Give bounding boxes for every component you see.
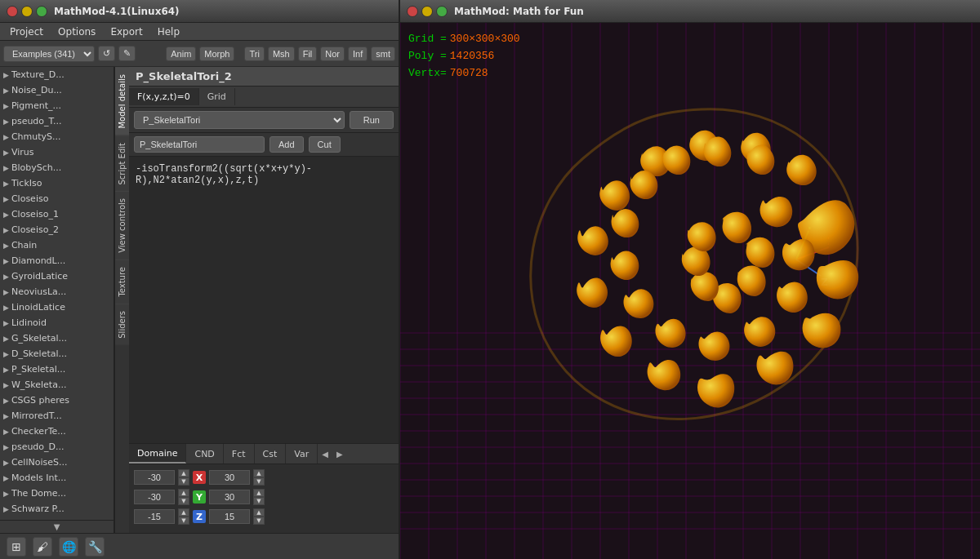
btab-var[interactable]: Var (286, 444, 318, 464)
menu-export[interactable]: Export (104, 24, 149, 39)
z-min-up[interactable]: ▲ (178, 508, 189, 517)
list-scroll-down[interactable]: ▼ (0, 520, 114, 533)
add-button[interactable]: Add (270, 136, 304, 153)
smt-button[interactable]: smt (371, 47, 395, 61)
list-item[interactable]: ▶Noise_Du... (0, 82, 114, 98)
x-min-up[interactable]: ▲ (178, 469, 189, 477)
btab-cst[interactable]: Cst (255, 444, 287, 464)
list-item[interactable]: ▶Texture_D... (0, 67, 114, 82)
list-item[interactable]: ▶NeoviusLa... (0, 284, 114, 299)
menu-options[interactable]: Options (51, 24, 102, 39)
list-item[interactable]: ▶LinoidLatice (0, 299, 114, 315)
earth-icon[interactable]: 🌐 (59, 537, 78, 557)
list-item-chain[interactable]: ▶Chain (0, 237, 114, 253)
x-max-down[interactable]: ▼ (253, 477, 265, 486)
x-max-up[interactable]: ▲ (253, 469, 265, 477)
side-tab-view-controls[interactable]: View controls (115, 191, 129, 260)
side-tab-model-details[interactable]: Model details (115, 67, 129, 135)
btab-next[interactable]: ▶ (332, 446, 347, 462)
btab-domaine[interactable]: Domaine (129, 444, 186, 464)
right-minimize-button[interactable] (421, 6, 433, 17)
list-item[interactable]: ▶Schwarz P... (0, 501, 114, 517)
list-item[interactable]: ▶MirroredT... (0, 408, 114, 424)
tab-grid[interactable]: Grid (199, 88, 235, 105)
cut-button[interactable]: Cut (309, 136, 341, 153)
3d-viewport[interactable]: .grid-h { stroke: #660066; stroke-width:… (400, 23, 980, 559)
list-item[interactable]: ▶ChmutyS... (0, 129, 114, 144)
brush-icon[interactable]: 🖌 (33, 537, 52, 557)
side-tab-script-edit[interactable]: Script Edit (115, 135, 129, 192)
fil-button[interactable]: Fil (298, 47, 318, 61)
morph-button[interactable]: Morph (199, 47, 234, 61)
btab-cnd[interactable]: CND (186, 444, 223, 464)
script-editor[interactable]: -isoTransform2((sqrt(x*x+y*y)-R),N2*atan… (129, 157, 399, 443)
close-button[interactable] (7, 6, 18, 17)
z-max-stepper[interactable]: ▲ ▼ (253, 508, 265, 525)
btab-prev[interactable]: ◀ (318, 446, 332, 462)
right-maximize-button[interactable] (436, 6, 448, 17)
list-item[interactable]: ▶pseudo_D... (0, 439, 114, 455)
z-max-down[interactable]: ▼ (253, 517, 265, 525)
menu-project[interactable]: Project (3, 24, 50, 39)
x-min-stepper[interactable]: ▲ ▼ (178, 469, 189, 486)
list-item[interactable]: ▶W_Skeleta... (0, 377, 114, 393)
z-min-down[interactable]: ▼ (178, 517, 189, 525)
edit-button[interactable]: ✎ (118, 46, 136, 61)
list-item[interactable]: ▶Models Int... (0, 470, 114, 486)
list-item[interactable]: ▶P_Skeletal... (0, 362, 114, 377)
anim-button[interactable]: Anim (166, 47, 196, 61)
list-item[interactable]: ▶Pigment_... (0, 98, 114, 113)
list-item[interactable]: ▶TickIso (0, 175, 114, 191)
domain-x-max[interactable] (209, 470, 250, 485)
tab-formula[interactable]: F(x,y,z,t)=0 (129, 88, 199, 105)
menu-help[interactable]: Help (151, 24, 186, 39)
y-max-up[interactable]: ▲ (253, 489, 265, 497)
list-item[interactable]: ▶D_Skeletal... (0, 346, 114, 362)
y-max-stepper[interactable]: ▲ ▼ (253, 489, 265, 505)
domain-x-min[interactable] (134, 470, 175, 485)
list-item[interactable]: ▶GyroidLatice (0, 268, 114, 284)
list-item[interactable]: ▶CheckerTe... (0, 424, 114, 439)
list-item[interactable]: ▶Lidinoid (0, 315, 114, 331)
grid-icon[interactable]: ⊞ (7, 537, 26, 557)
refresh-button[interactable]: ↺ (98, 46, 115, 61)
run-button[interactable]: Run (350, 111, 394, 129)
msh-button[interactable]: Msh (268, 47, 295, 61)
y-min-up[interactable]: ▲ (178, 489, 189, 497)
y-min-stepper[interactable]: ▲ ▼ (178, 489, 189, 505)
tri-button[interactable]: Tri (244, 47, 264, 61)
x-max-stepper[interactable]: ▲ ▼ (253, 469, 265, 486)
model-list[interactable]: ▶Texture_D... ▶Noise_Du... ▶Pigment_... … (0, 67, 114, 520)
z-max-up[interactable]: ▲ (253, 508, 265, 517)
list-item[interactable]: ▶pseudo_T... (0, 113, 114, 129)
y-min-down[interactable]: ▼ (178, 497, 189, 505)
side-tab-sliders[interactable]: Sliders (115, 304, 129, 345)
list-item[interactable]: ▶CellNoiseS... (0, 455, 114, 470)
domain-y-min[interactable] (134, 490, 175, 504)
domain-z-min[interactable] (134, 509, 175, 524)
list-item[interactable]: ▶The Dome... (0, 486, 114, 501)
formula-dropdown[interactable]: P_SkeletalTori (134, 111, 345, 129)
right-close-button[interactable] (407, 6, 418, 17)
domain-z-max[interactable] (209, 509, 250, 524)
inf-button[interactable]: Inf (348, 47, 368, 61)
x-min-down[interactable]: ▼ (178, 477, 189, 486)
list-item[interactable]: ▶Virus (0, 144, 114, 160)
domain-y-max[interactable] (209, 490, 250, 504)
examples-dropdown[interactable]: Examples (341) (3, 46, 95, 62)
list-item[interactable]: ▶Closeiso_1 (0, 206, 114, 222)
minimize-button[interactable] (21, 6, 33, 17)
btab-fct[interactable]: Fct (224, 444, 255, 464)
list-item[interactable]: ▶Closeiso_2 (0, 222, 114, 237)
formula-input[interactable] (134, 136, 265, 153)
settings-icon[interactable]: 🔧 (85, 537, 105, 557)
list-item[interactable]: ▶Closeiso (0, 191, 114, 206)
maximize-button[interactable] (36, 6, 47, 17)
z-min-stepper[interactable]: ▲ ▼ (178, 508, 189, 525)
list-item[interactable]: ▶DiamondL... (0, 253, 114, 268)
list-item[interactable]: ▶CSGS pheres (0, 393, 114, 408)
side-tab-texture[interactable]: Texture (115, 260, 129, 304)
y-max-down[interactable]: ▼ (253, 497, 265, 505)
list-item[interactable]: ▶G_Skeletal... (0, 331, 114, 346)
nor-button[interactable]: Nor (320, 47, 345, 61)
